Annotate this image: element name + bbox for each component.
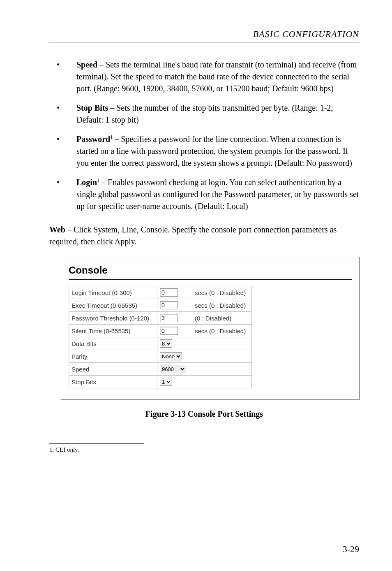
select-parity[interactable]: None [160, 352, 182, 360]
row-stop-bits: Stop Bits 1 [69, 376, 252, 388]
input-silent-time[interactable] [160, 327, 178, 335]
bullet-marker: • [49, 133, 76, 169]
text-speed: – Sets the terminal line's baud rate for… [76, 60, 357, 93]
suffix-exec-timeout: secs (0 : Disabled) [192, 299, 252, 312]
console-rule [69, 279, 352, 280]
label-silent-time: Silent Time (0-65535) [69, 325, 157, 337]
console-title: Console [69, 265, 352, 276]
footnote-rule [49, 443, 144, 444]
footnote: 1. CLI only. [49, 446, 359, 453]
row-speed: Speed 9600 [69, 363, 252, 376]
term-speed: Speed [76, 60, 97, 69]
web-rest: – Click System, Line, Console. Specify t… [49, 225, 337, 246]
suffix-silent-time: secs (0 : Disabled) [192, 325, 252, 337]
label-login-timeout: Login Timeout (0-300) [69, 286, 157, 299]
suffix-login-timeout: secs (0 : Disabled) [192, 286, 252, 299]
row-password-threshold: Password Threshold (0-120) (0 : Disabled… [69, 312, 252, 325]
bullet-item-login: Login1 – Enables password checking at lo… [76, 176, 359, 212]
bullet-item-stopbits: Stop Bits – Sets the number of the stop … [76, 102, 359, 126]
bullet-marker: • [49, 176, 76, 212]
bullet-marker: • [49, 102, 76, 126]
text-stopbits: – Sets the number of the stop bits trans… [76, 103, 333, 124]
footnote-text: CLI only. [55, 446, 79, 453]
bullet-list: • Speed – Sets the terminal line's baud … [49, 59, 359, 212]
input-login-timeout[interactable] [160, 288, 178, 297]
console-figure: Console Login Timeout (0-300) secs (0 : … [61, 257, 360, 399]
web-lead: Web [49, 225, 65, 234]
input-password-threshold[interactable] [160, 314, 178, 322]
page-number: 3-29 [343, 544, 359, 555]
select-stop-bits[interactable]: 1 [160, 378, 172, 386]
label-stop-bits: Stop Bits [69, 376, 157, 388]
label-password-threshold: Password Threshold (0-120) [69, 312, 157, 325]
footnote-marker: 1. [49, 446, 54, 453]
text-password: – Specifies a password for the line conn… [76, 135, 352, 167]
label-parity: Parity [69, 350, 157, 363]
select-speed[interactable]: 9600 [160, 365, 186, 373]
running-header: BASIC CONFIGURATION [49, 29, 359, 39]
label-exec-timeout: Exec Timeout (0-65535) [69, 299, 157, 312]
select-data-bits[interactable]: 8 [160, 339, 172, 348]
row-exec-timeout: Exec Timeout (0-65535) secs (0 : Disable… [69, 299, 252, 312]
row-login-timeout: Login Timeout (0-300) secs (0 : Disabled… [69, 286, 252, 299]
console-table: Login Timeout (0-300) secs (0 : Disabled… [69, 286, 252, 388]
suffix-password-threshold: (0 : Disabled) [192, 312, 252, 325]
label-data-bits: Data Bits [69, 337, 157, 350]
term-stopbits: Stop Bits [76, 103, 108, 112]
bullet-marker: • [49, 59, 76, 95]
text-login: – Enables password checking at login. Yo… [76, 178, 359, 211]
row-silent-time: Silent Time (0-65535) secs (0 : Disabled… [69, 325, 252, 337]
web-paragraph: Web – Click System, Line, Console. Speci… [49, 224, 359, 248]
input-exec-timeout[interactable] [160, 301, 178, 309]
term-password: Password [76, 135, 110, 144]
figure-caption: Figure 3-13 Console Port Settings [49, 409, 359, 419]
row-parity: Parity None [69, 350, 252, 363]
row-data-bits: Data Bits 8 [69, 337, 252, 350]
bullet-item-password: Password1 – Specifies a password for the… [76, 133, 359, 169]
label-speed: Speed [69, 363, 157, 376]
bullet-item-speed: Speed – Sets the terminal line's baud ra… [76, 59, 359, 95]
term-login: Login [76, 178, 97, 187]
header-rule [49, 42, 359, 42]
